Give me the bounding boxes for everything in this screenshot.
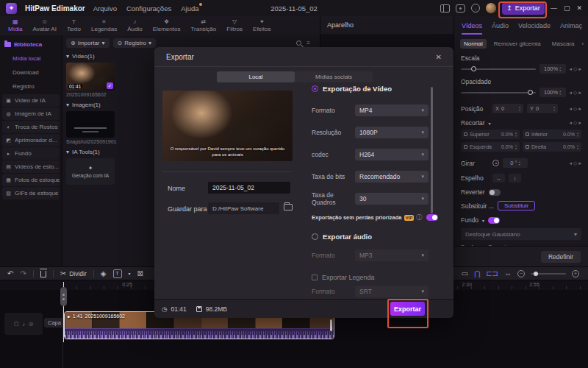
- scale-keyframe-controls[interactable]: ◂◇▸: [570, 66, 581, 72]
- split-label[interactable]: Dividir: [69, 270, 87, 277]
- position-keyframe-controls[interactable]: ◂◇▸: [570, 106, 581, 112]
- link-clips-icon[interactable]: ▭: [462, 269, 468, 277]
- lossless-toggle[interactable]: [426, 214, 438, 221]
- flip-vertical-icon[interactable]: ↕: [509, 174, 521, 183]
- name-input[interactable]: 2025-11-05_02: [208, 182, 290, 194]
- tab-efeitos[interactable]: ✦Efeitos: [248, 19, 276, 32]
- crop-bottom-input[interactable]: Inferior0.0%▴▾: [523, 130, 581, 139]
- chip-remover-glicemia[interactable]: Remover glicemia: [490, 39, 545, 49]
- crop-left-input[interactable]: Esquerda0.0%▴▾: [461, 142, 520, 152]
- dialog-tab-local[interactable]: Local: [217, 71, 295, 82]
- tab-filtros[interactable]: ▽Filtros: [221, 19, 248, 32]
- sidebar-item-imagem-ia[interactable]: ◍Imagem de IA: [2, 107, 60, 120]
- audio-export-radio[interactable]: [312, 233, 318, 240]
- resolution-select[interactable]: 1080P▾: [355, 127, 429, 138]
- opacity-value[interactable]: 100%▴▾: [539, 88, 566, 97]
- hide-track-icon[interactable]: ◎: [29, 321, 33, 327]
- opacity-slider[interactable]: [461, 92, 536, 93]
- remove-gap-icon[interactable]: ⊠: [137, 269, 143, 277]
- sidebar-item-download[interactable]: Download: [0, 66, 62, 79]
- crop-top-input[interactable]: Superior0.0%▴▾: [461, 130, 520, 139]
- import-button[interactable]: ⊕Importar▾: [66, 38, 110, 48]
- rotate-value[interactable]: 0 °▴▾: [503, 158, 528, 168]
- sidebar-item-aprimorador[interactable]: ◩Aprimorador d...: [2, 134, 60, 146]
- position-y-input[interactable]: Y0▴▾: [527, 104, 558, 113]
- chip-normal[interactable]: Normal: [460, 39, 487, 49]
- tab-videos[interactable]: Vídeos: [462, 22, 482, 35]
- tab-legendas[interactable]: ≡Legendas: [86, 19, 122, 32]
- tab-animacao[interactable]: Animaç: [560, 22, 582, 35]
- subtitle-export-checkbox[interactable]: [312, 275, 318, 280]
- sidebar-item-registro[interactable]: Registro: [0, 79, 62, 93]
- magnet-icon[interactable]: ⋂: [474, 269, 480, 277]
- rotate-keyframe-controls[interactable]: ◂◇▸: [570, 160, 581, 166]
- replace-button[interactable]: Substituir: [498, 201, 535, 210]
- format-select[interactable]: MP4▾: [355, 105, 429, 116]
- dialog-tab-midias-sociais[interactable]: Mídias sociais: [295, 71, 373, 82]
- tab-audio-inspector[interactable]: Áudio: [492, 22, 509, 35]
- dialog-close-icon[interactable]: ✕: [436, 53, 442, 61]
- browse-folder-icon[interactable]: [284, 204, 293, 210]
- image-thumbnail[interactable]: [66, 111, 115, 138]
- search-icon[interactable]: [296, 40, 301, 46]
- sidebar-item-midia-local[interactable]: Mídia local: [0, 52, 62, 66]
- tab-midia[interactable]: ▦Mídia: [3, 19, 28, 32]
- scale-slider[interactable]: [461, 68, 536, 70]
- scale-value[interactable]: 100%▴▾: [539, 64, 566, 74]
- sidebar-item-videos-estoque[interactable]: ▤Vídeos de esto...: [2, 160, 60, 173]
- redo-icon[interactable]: ↷: [20, 269, 26, 277]
- text-tool-icon[interactable]: T: [113, 269, 122, 278]
- download-icon[interactable]: ↓: [471, 4, 480, 13]
- selected-check-icon[interactable]: ✓: [107, 82, 113, 89]
- zoom-out-icon[interactable]: −: [517, 270, 525, 277]
- reset-button[interactable]: Redefinir: [541, 251, 581, 263]
- sidebar-item-video-ia[interactable]: ▣Vídeo de IA: [2, 94, 60, 107]
- crop-label[interactable]: Recortar: [461, 119, 485, 127]
- maximize-button[interactable]: ▢: [564, 4, 570, 12]
- tab-texto[interactable]: TTexto: [62, 19, 86, 32]
- flip-horizontal-icon[interactable]: ↔: [492, 174, 505, 183]
- audio-format-select[interactable]: MP3▾: [355, 250, 429, 261]
- playhead-grip[interactable]: [60, 287, 67, 306]
- crop-right-input[interactable]: Direita0.0%▴▾: [523, 142, 581, 152]
- sidebar-item-fundo[interactable]: ▸Fundo: [2, 147, 60, 160]
- menu-arquivo[interactable]: Arquivo: [93, 4, 117, 13]
- user-avatar[interactable]: [486, 3, 496, 13]
- reverse-toggle[interactable]: [489, 189, 501, 196]
- sidebar-item-troca-rostos[interactable]: ◐Troca de Rostos: [2, 121, 60, 133]
- framerate-select[interactable]: 30▾: [355, 193, 429, 205]
- save-path-input[interactable]: D:/HitPaw Software: [208, 202, 279, 214]
- sidebar-item-gifs-estoque[interactable]: ▧GIFs de estoque: [2, 187, 60, 199]
- subtitle-format-select[interactable]: SRT▾: [355, 286, 429, 297]
- caret-down-icon[interactable]: ▾: [129, 271, 131, 276]
- layout-icon[interactable]: [440, 4, 450, 13]
- ai-generation-card[interactable]: ✦ Geração com IA: [66, 158, 115, 185]
- tab-audio[interactable]: ♪Áudio: [122, 19, 147, 32]
- list-view-icon[interactable]: ≡: [306, 40, 310, 46]
- position-x-input[interactable]: X0▴▾: [492, 104, 523, 113]
- rotate-dial-icon[interactable]: [492, 160, 499, 166]
- info-icon[interactable]: ⓘ: [416, 213, 422, 222]
- chevron-right-icon[interactable]: ›: [582, 40, 584, 47]
- background-toggle[interactable]: [488, 217, 500, 224]
- cover-button[interactable]: Capa: [44, 318, 65, 328]
- zoom-in-icon[interactable]: +: [572, 270, 579, 277]
- video-thumbnail[interactable]: 01:41 ✓: [66, 63, 115, 91]
- background-blur-select[interactable]: Desfoque Gaussiano▾: [461, 228, 581, 240]
- clip-trim-handle[interactable]: [330, 319, 332, 331]
- menu-configuracoes[interactable]: Configurações: [126, 4, 171, 13]
- minimize-button[interactable]: —: [551, 4, 557, 12]
- bracket-select-icon[interactable]: ⊏⊐: [486, 269, 498, 277]
- tab-transicao[interactable]: ⇄Transição: [185, 19, 221, 32]
- sidebar-item-fotos-estoque[interactable]: ▦Fotos de estoque: [2, 174, 60, 186]
- bitrate-select[interactable]: Recomendado▾: [355, 171, 429, 183]
- feedback-icon[interactable]: [456, 4, 465, 13]
- close-button[interactable]: ✕: [576, 4, 582, 12]
- video-export-radio[interactable]: [312, 85, 318, 92]
- crop-keyframe-controls[interactable]: ◂◇▸: [570, 120, 581, 126]
- track-type-icon[interactable]: ▢: [14, 321, 19, 327]
- undo-icon[interactable]: ↶: [7, 269, 13, 277]
- scissors-icon[interactable]: ✂: [60, 269, 66, 277]
- mute-track-icon[interactable]: ♪: [23, 322, 26, 327]
- menu-ajuda[interactable]: Ajuda: [181, 4, 198, 13]
